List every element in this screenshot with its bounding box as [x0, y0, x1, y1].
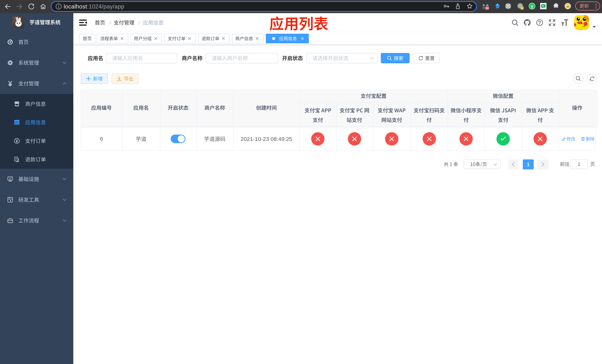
- svg-text:y: y: [531, 4, 533, 9]
- svg-text:10: 10: [485, 7, 489, 10]
- svg-text:1: 1: [521, 7, 523, 10]
